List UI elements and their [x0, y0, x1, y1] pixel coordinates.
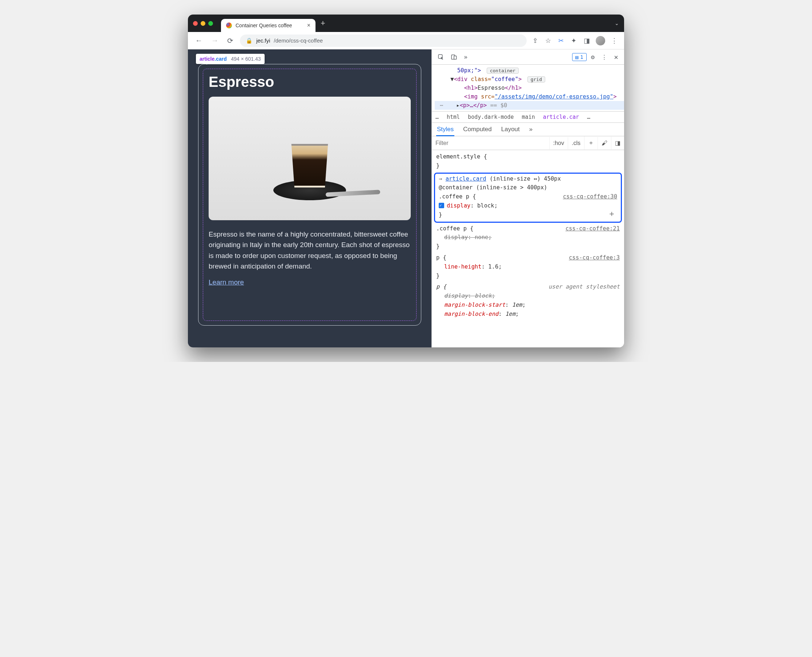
reload-button[interactable]: ⟳	[225, 35, 235, 47]
css-property: margin-block-start: 1em;	[436, 300, 620, 310]
card-image	[209, 97, 411, 220]
close-tab-button[interactable]: ×	[307, 22, 310, 29]
browser-window: Container Queries coffee × + ⌄ ← → ⟳ 🔒 j…	[188, 14, 624, 347]
crumb-more[interactable]: …	[435, 114, 439, 120]
inspect-element-button[interactable]	[435, 52, 446, 62]
rule-element-style[interactable]: element.style {}	[433, 151, 623, 172]
maximize-window-button[interactable]	[208, 21, 213, 26]
rule-source-ua: user agent stylesheet	[549, 282, 620, 291]
scissors-icon[interactable]: ✂︎	[557, 35, 565, 46]
issues-count: 1	[580, 54, 583, 60]
add-property-button[interactable]: ＋	[608, 207, 616, 220]
css-property: margin-block-end: 1em;	[436, 310, 620, 319]
breadcrumb: … html body.dark-mode main article.car …	[432, 111, 624, 123]
tab-title: Container Queries coffee	[235, 23, 292, 28]
issues-icon: ▤	[575, 54, 578, 60]
tab-layout[interactable]: Layout	[501, 126, 520, 133]
cls-button[interactable]: .cls	[568, 137, 584, 149]
dom-line[interactable]: <h1>Espresso</h1>	[435, 84, 624, 92]
content-split: article.card 494 × 601.43 Espresso Espre…	[188, 50, 624, 347]
rule-source-link[interactable]: css-cq-coffee:21	[566, 224, 620, 233]
back-button[interactable]: ←	[193, 35, 205, 46]
url-domain: jec.fyi	[256, 37, 270, 44]
rule-user-agent[interactable]: user agent stylesheet p { display: block…	[433, 282, 623, 320]
profile-avatar[interactable]	[596, 36, 605, 45]
dom-line[interactable]: 50px;"> container	[435, 66, 624, 75]
elements-tree[interactable]: 50px;"> container ▼<div class="coffee"> …	[432, 65, 624, 111]
container-badge[interactable]: container	[487, 68, 519, 74]
img-src-link[interactable]: "/assets/img/demo/cof-espresso.jpg"	[495, 93, 614, 100]
computed-toggle-icon[interactable]: 🖌	[598, 137, 611, 149]
devtools-menu-button[interactable]: ⋮	[599, 52, 609, 62]
card-heading: Espresso	[209, 74, 411, 90]
svg-rect-2	[454, 56, 457, 59]
dom-line-selected[interactable]: ⋯ ▸<p>…</p> == $0	[435, 101, 624, 110]
rule-coffee-p[interactable]: css-cq-coffee:21 .coffee p { display: no…	[433, 224, 623, 252]
minimize-window-button[interactable]	[201, 21, 205, 26]
new-rule-button[interactable]: ＋	[584, 136, 598, 150]
toolbar: ← → ⟳ 🔒 jec.fyi/demo/css-cq-coffee ⇪ ☆ ✂…	[188, 32, 624, 50]
tab-computed[interactable]: Computed	[463, 126, 491, 133]
styles-body[interactable]: element.style {} → article.card (inline-…	[432, 150, 624, 347]
hov-button[interactable]: :hov	[549, 137, 568, 149]
tabs-dropdown-button[interactable]: ⌄	[615, 20, 619, 26]
more-tabs-button[interactable]: »	[461, 52, 470, 62]
tooltip-class: .card	[214, 56, 226, 62]
learn-more-link[interactable]: Learn more	[209, 278, 244, 286]
crumb-article[interactable]: article.car	[543, 114, 579, 120]
crumb-body[interactable]: body.dark-mode	[468, 114, 514, 120]
inspect-tooltip: article.card 494 × 601.43	[196, 54, 265, 64]
close-window-button[interactable]	[193, 21, 198, 26]
device-toolbar-button[interactable]	[449, 52, 460, 62]
sidebar-toggle-icon[interactable]: ◨	[611, 137, 624, 149]
rule-source-link[interactable]: css-cq-coffee:3	[569, 253, 620, 262]
crumb-html[interactable]: html	[447, 114, 460, 120]
styles-tab-strip: Styles Computed Layout »	[432, 123, 624, 136]
tooltip-element: article	[199, 56, 214, 62]
chrome-menu-button[interactable]: ⋮	[609, 35, 619, 46]
settings-icon[interactable]: ⚙	[589, 52, 597, 62]
lock-icon: 🔒	[246, 37, 252, 44]
extensions-icon[interactable]: ✦	[570, 35, 578, 46]
cup-graphic	[288, 144, 332, 187]
bookmark-icon[interactable]: ☆	[544, 35, 552, 46]
forward-button[interactable]: →	[209, 35, 221, 46]
css-property[interactable]: display: block;	[439, 201, 617, 210]
sidepanel-icon[interactable]: ◨	[582, 35, 591, 46]
grid-badge[interactable]: grid	[527, 76, 545, 83]
tab-styles[interactable]: Styles	[437, 126, 454, 133]
rule-source-link[interactable]: css-cq-coffee:30	[563, 192, 617, 201]
devtools-toolbar: » ▤ 1 ⚙ ⋮ ×	[432, 50, 624, 65]
rule-p-lineheight[interactable]: css-cq-coffee:3 p { line-height: 1.6; }	[433, 252, 623, 282]
favicon-icon	[226, 23, 232, 28]
card-paragraph: Espresso is the name of a highly concent…	[209, 229, 411, 272]
dom-line[interactable]: <img src="/assets/img/demo/cof-espresso.…	[435, 92, 624, 101]
devtools-close-button[interactable]: ×	[612, 51, 620, 63]
toolbar-actions: ⇪ ☆ ✂︎ ✦ ◨ ⋮	[531, 35, 619, 46]
crumb-main[interactable]: main	[522, 114, 535, 120]
crumb-more-right[interactable]: …	[587, 114, 590, 120]
new-tab-button[interactable]: +	[321, 19, 325, 28]
article-card: Espresso Espresso is the name of a highl…	[198, 64, 421, 325]
address-bar[interactable]: 🔒 jec.fyi/demo/css-cq-coffee	[240, 34, 527, 47]
dom-line[interactable]: ▼<div class="coffee"> grid	[435, 75, 624, 84]
issues-badge[interactable]: ▤ 1	[572, 53, 587, 61]
css-property[interactable]: display: none;	[436, 233, 620, 242]
url-path: /demo/css-cq-coffee	[274, 37, 323, 44]
more-tabs-button[interactable]: »	[529, 126, 533, 133]
page-viewport: article.card 494 × 601.43 Espresso Espre…	[188, 50, 432, 347]
share-icon[interactable]: ⇪	[531, 35, 539, 46]
expand-ellipsis-icon[interactable]: ⋯	[437, 101, 446, 110]
tab-strip: Container Queries coffee × + ⌄	[188, 14, 624, 32]
css-property[interactable]: line-height: 1.6;	[436, 262, 620, 271]
property-checkbox[interactable]	[439, 203, 444, 208]
devtools-panel: » ▤ 1 ⚙ ⋮ × 50px;"> container ▼<div clas…	[432, 50, 624, 347]
rule-container-query[interactable]: → article.card (inline-size ↔) 450px @co…	[434, 173, 622, 223]
window-controls	[193, 21, 213, 26]
styles-filter-input[interactable]	[432, 137, 549, 149]
styles-filter-bar: :hov .cls ＋ 🖌 ◨	[432, 136, 624, 150]
container-selector-link[interactable]: article.card	[446, 176, 486, 182]
tooltip-dimensions: 494 × 601.43	[231, 56, 260, 62]
browser-tab[interactable]: Container Queries coffee ×	[221, 19, 315, 32]
css-property: display: block;	[436, 291, 620, 300]
